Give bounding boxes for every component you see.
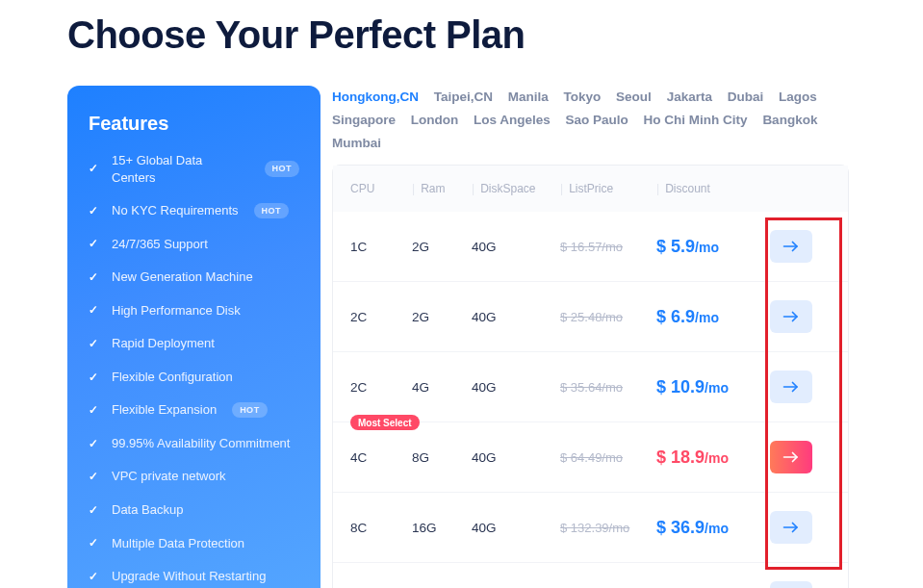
hot-badge: HOT	[232, 402, 268, 418]
th-ram: |Ram	[412, 182, 472, 195]
cell-listprice: $ 16.57/mo	[560, 240, 656, 254]
table-row: 1C2G40G$ 16.57/mo$ 5.9/mo	[333, 212, 848, 281]
cell-cpu: 2C	[350, 380, 412, 395]
check-icon: ✓	[89, 469, 102, 484]
th-discount: |Discount	[656, 182, 753, 195]
features-heading: Features	[89, 113, 299, 135]
table-header: CPU |Ram |DiskSpace |ListPrice |Discount	[333, 166, 848, 212]
cell-ram: 2G	[412, 310, 472, 324]
check-icon: ✓	[89, 436, 102, 451]
arrow-right-icon	[782, 450, 800, 464]
feature-item: ✓99.95% Availability Commitment	[89, 435, 299, 452]
location-tab[interactable]: Manila	[508, 86, 549, 109]
cell-disk: 40G	[472, 450, 560, 465]
arrow-right-icon	[782, 521, 800, 534]
feature-item: ✓Upgrade Without Restarting	[89, 568, 299, 585]
location-tab[interactable]: Bangkok	[762, 109, 817, 132]
feature-label: 24/7/365 Support	[112, 236, 208, 253]
feature-item: ✓15+ Global Data CentersHOT	[89, 152, 299, 186]
feature-label: Upgrade Without Restarting	[112, 568, 266, 585]
most-select-badge: Most Select	[350, 415, 420, 430]
location-tab[interactable]: Seoul	[616, 86, 652, 109]
table-row: 2C4G40G$ 35.64/mo$ 10.9/mo	[333, 351, 848, 422]
cell-discount: $ 6.9/mo	[656, 307, 753, 327]
select-plan-button[interactable]	[770, 511, 812, 544]
feature-label: VPC private network	[112, 468, 226, 485]
check-icon: ✓	[89, 336, 102, 351]
feature-label: Flexible Configuration	[112, 369, 233, 386]
location-tabs: Hongkong,CN Taipei,CN Manila Tokyo Seoul…	[332, 86, 856, 155]
location-tab[interactable]: Ho Chi Minh City	[644, 109, 748, 132]
feature-item: ✓Flexible ExpansionHOT	[89, 401, 299, 419]
cell-ram: 8G	[412, 450, 472, 465]
location-tab[interactable]: London	[411, 109, 458, 132]
cell-disk: 40G	[472, 380, 560, 395]
feature-item: ✓VPC private network	[89, 468, 299, 485]
cell-cpu: 4C	[350, 450, 412, 465]
arrow-right-icon	[782, 240, 800, 253]
feature-item: ✓Multiple Data Protection	[89, 535, 299, 552]
check-icon: ✓	[89, 269, 102, 285]
th-cpu: CPU	[350, 182, 412, 195]
cell-discount: $ 18.9/mo	[656, 447, 753, 468]
cell-discount: $ 10.9/mo	[656, 377, 753, 397]
th-list: |ListPrice	[560, 182, 656, 195]
cell-cpu: 8C	[350, 521, 412, 535]
check-icon: ✓	[89, 502, 102, 518]
check-icon: ✓	[89, 370, 102, 385]
location-tab[interactable]: Mumbai	[332, 132, 381, 155]
check-icon: ✓	[89, 302, 102, 318]
feature-item: ✓New Generation Machine	[89, 268, 299, 286]
feature-label: Multiple Data Protection	[112, 535, 244, 552]
hot-badge: HOT	[254, 203, 290, 218]
location-tab[interactable]: Singapore	[332, 109, 396, 132]
check-icon: ✓	[89, 236, 102, 251]
page-title: Choose Your Perfect Plan	[67, 13, 856, 57]
select-plan-button[interactable]	[770, 230, 812, 263]
table-row: 2C2G40G$ 25.48/mo$ 6.9/mo	[333, 281, 848, 351]
location-tab[interactable]: Sao Paulo	[566, 109, 628, 132]
location-tab[interactable]: Dubai	[728, 86, 764, 109]
cell-listprice: $ 64.49/mo	[560, 450, 656, 465]
cell-cpu: 1C	[350, 240, 412, 254]
feature-item: ✓No KYC RequirementsHOT	[89, 202, 299, 219]
features-card: Features ✓15+ Global Data CentersHOT✓No …	[67, 86, 320, 588]
plans-table: CPU |Ram |DiskSpace |ListPrice |Discount…	[332, 165, 849, 588]
cell-listprice: $ 25.48/mo	[560, 310, 656, 324]
feature-label: Data Backup	[112, 501, 183, 519]
feature-item: ✓Rapid Deployment	[89, 335, 299, 352]
th-disk: |DiskSpace	[472, 182, 560, 195]
table-body: 1C2G40G$ 16.57/mo$ 5.9/mo2C2G40G$ 25.48/…	[333, 212, 848, 588]
feature-label: Rapid Deployment	[112, 335, 215, 352]
cell-disk: 40G	[472, 240, 560, 254]
location-tab[interactable]: Tokyo	[564, 86, 602, 109]
select-plan-button[interactable]	[770, 441, 812, 473]
location-tab[interactable]: Los Angeles	[474, 109, 551, 132]
cell-cpu: 2C	[350, 310, 412, 324]
feature-label: 15+ Global Data Centers	[112, 152, 249, 186]
location-tab[interactable]: Jakarta	[667, 86, 712, 109]
hot-badge: HOT	[265, 161, 300, 176]
select-plan-button[interactable]	[770, 371, 812, 403]
select-plan-button[interactable]	[770, 581, 812, 588]
check-icon: ✓	[89, 203, 102, 218]
cell-listprice: $ 35.64/mo	[560, 380, 656, 395]
cell-disk: 40G	[472, 310, 560, 324]
cell-ram: 2G	[412, 240, 472, 254]
cell-disk: 40G	[472, 521, 560, 535]
feature-label: High Performance Disk	[112, 302, 241, 320]
feature-label: 99.95% Availability Commitment	[112, 435, 290, 452]
cell-discount: $ 36.9/mo	[656, 518, 753, 538]
location-tab[interactable]: Taipei,CN	[434, 86, 493, 109]
cell-ram: 4G	[412, 380, 472, 395]
feature-item: ✓Data Backup	[89, 501, 299, 519]
select-plan-button[interactable]	[770, 300, 812, 333]
cell-listprice: $ 132.39/mo	[560, 521, 656, 535]
check-icon: ✓	[89, 569, 102, 584]
plans-section: Hongkong,CN Taipei,CN Manila Tokyo Seoul…	[332, 86, 856, 588]
arrow-right-icon	[782, 380, 800, 394]
location-tab[interactable]: Lagos	[779, 86, 817, 109]
location-tab[interactable]: Hongkong,CN	[332, 86, 419, 109]
table-row: 16C32G40G$ 247.79/mo$ 68.9/mo	[333, 562, 848, 588]
cell-ram: 16G	[412, 521, 472, 535]
